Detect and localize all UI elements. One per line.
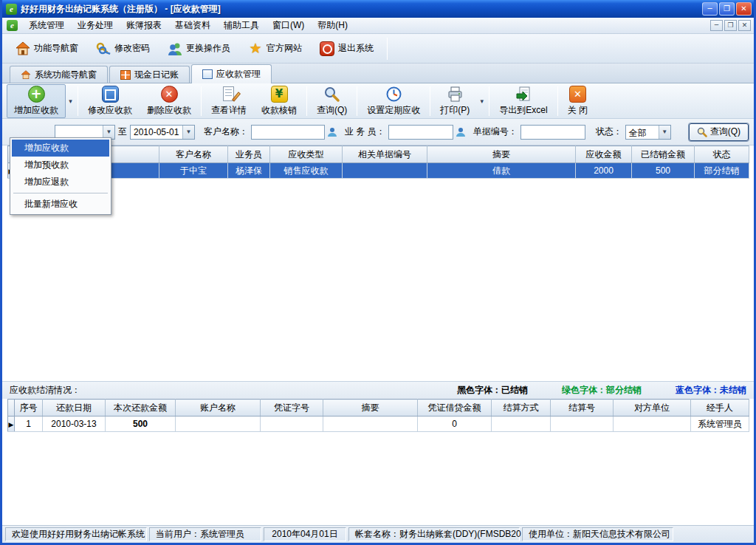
cell-summary: 借款 [427, 163, 576, 179]
col-header-voucher: 凭证字号 [261, 400, 323, 417]
view-detail-button[interactable]: 查看详情 [204, 84, 254, 118]
col-header-repay-amount: 本次还款金额 [106, 400, 176, 417]
date-to-label: 至 [118, 126, 127, 138]
salesman-input[interactable] [388, 125, 453, 140]
toolbar-separator [306, 86, 307, 116]
cell-account [176, 417, 261, 432]
toolbar-separator [387, 38, 388, 60]
cell-doc-no [343, 163, 427, 179]
maximize-button[interactable]: ❐ [719, 2, 735, 16]
exit-system-button[interactable]: 退出系统 [312, 38, 381, 59]
menu-system[interactable]: 系统管理 [22, 18, 71, 33]
print-button[interactable]: 打印(P) [433, 84, 477, 118]
col-header-status: 状态 [695, 146, 749, 163]
col-header-account: 账户名称 [176, 400, 261, 417]
mdi-restore-button[interactable]: ❐ [724, 20, 737, 31]
settle-payment-button[interactable]: ¥ 收款核销 [254, 84, 304, 118]
cell-method [492, 417, 551, 432]
cell-repay-date: 2010-03-13 [43, 417, 106, 432]
add-receivable-dropdown-arrow[interactable]: ▾ [66, 86, 75, 116]
menu-item-batch-add[interactable]: 批量新增应收 [12, 196, 109, 213]
legend-partial: 绿色字体：部分结销 [562, 384, 642, 397]
customer-name-input[interactable] [251, 125, 325, 140]
mdi-child-icon: e [7, 20, 18, 31]
app-logo-icon: e [6, 4, 17, 15]
export-excel-button[interactable]: 导出到Excel [492, 84, 554, 118]
menu-item-add-receivable[interactable]: 增加应收款 [12, 140, 109, 157]
cell-summary [323, 417, 418, 432]
tab-receivables[interactable]: 应收款管理 [191, 64, 272, 83]
date-to-combobox[interactable]: 2010-05-01 ▼ [130, 125, 195, 140]
col-header-repay-date: 还款日期 [43, 400, 106, 417]
search-icon [697, 127, 707, 137]
menu-bar: e 系统管理 业务处理 账簿报表 基础资料 辅助工具 窗口(W) 帮助(H) ─… [2, 18, 754, 34]
toolbar-separator [201, 86, 202, 116]
salesman-label: 业 务 员： [345, 126, 385, 138]
menu-item-add-prereceipt[interactable]: 增加预收款 [12, 157, 109, 174]
menu-help[interactable]: 帮助(H) [311, 18, 354, 33]
cell-no: 1 [15, 417, 43, 432]
close-icon: ✕ [569, 86, 586, 103]
cell-settled: 500 [632, 163, 695, 179]
cell-salesman: 杨泽保 [228, 163, 270, 179]
app-window: e 好好用财务出纳记账系统（注册版） - [应收款管理] ─ ❐ ✕ e 系统管… [0, 0, 756, 545]
filter-bar: ▼ 至 2010-05-01 ▼ 客户名称： 业 务 员： 单据编号： 状态： … [2, 119, 754, 145]
col-header-summary: 摘要 [427, 146, 576, 163]
receivables-table: 客户名称 业务员 应收类型 相关单据编号 摘要 应收金额 已结销金额 状态 ▶ … [7, 145, 749, 179]
menu-window[interactable]: 窗口(W) [266, 18, 311, 33]
menu-books[interactable]: 账簿报表 [120, 18, 168, 33]
close-button[interactable]: ✕ [736, 2, 752, 16]
edit-receivable-button[interactable]: 修改应收款 [80, 84, 140, 118]
add-receivable-button[interactable]: + 增加应收款 [7, 84, 66, 118]
col-header-method: 结算方式 [492, 400, 551, 417]
excel-export-icon [515, 86, 532, 103]
print-dropdown-arrow[interactable]: ▾ [477, 86, 487, 116]
operators-icon [168, 41, 182, 56]
receivables-header-row: 客户名称 业务员 应收类型 相关单据编号 摘要 应收金额 已结销金额 状态 [8, 146, 749, 163]
col-header-party: 对方单位 [614, 400, 691, 417]
home-icon [16, 41, 30, 56]
customer-name-label: 客户名称： [204, 126, 248, 138]
change-operator-button[interactable]: 更换操作员 [160, 38, 238, 59]
mdi-minimize-button[interactable]: ─ [710, 20, 723, 31]
detail-doc-icon [221, 86, 238, 103]
toolbar-separator [489, 86, 489, 116]
close-tab-button[interactable]: ✕ 关 闭 [560, 84, 595, 118]
change-password-button[interactable]: 修改密码 [89, 38, 157, 59]
add-icon: + [28, 86, 45, 103]
edit-icon [102, 86, 119, 103]
salesman-person-icon [456, 127, 466, 137]
query-button[interactable]: 查询(Q) [309, 84, 354, 118]
delete-receivable-button[interactable]: ✕ 删除应收款 [140, 84, 199, 118]
nav-window-button[interactable]: 功能导航窗 [8, 38, 86, 59]
minimize-button[interactable]: ─ [702, 2, 718, 16]
add-receivable-dropdown-menu: 增加应收款 增加预收款 增加应退款 批量新增应收 [10, 137, 111, 215]
menu-item-add-refund[interactable]: 增加应退款 [12, 174, 109, 191]
receivable-row[interactable]: ▶ 于中宝 杨泽保 销售应收款 借款 2000 500 部分结销 [8, 163, 749, 179]
settlement-table: 序号 还款日期 本次还款金额 账户名称 凭证字号 摘要 凭证借贷金额 结算方式 … [7, 399, 749, 432]
home-icon [21, 70, 31, 80]
official-website-button[interactable]: ★ 官方网站 [241, 38, 309, 59]
window-title: 好好用财务出纳记账系统（注册版） - [应收款管理] [21, 3, 702, 16]
settlement-header-row: 序号 还款日期 本次还款金额 账户名称 凭证字号 摘要 凭证借贷金额 结算方式 … [8, 400, 749, 417]
menu-tools[interactable]: 辅助工具 [217, 18, 266, 33]
col-header-handler: 经手人 [691, 400, 749, 417]
menu-basedata[interactable]: 基础资料 [168, 18, 217, 33]
status-combobox[interactable]: 全部 ▼ [625, 125, 671, 140]
status-welcome: 欢迎使用好好用财务出纳记帐系统 [5, 527, 147, 541]
chevron-down-icon: ▼ [103, 126, 114, 139]
menu-business[interactable]: 业务处理 [71, 18, 120, 33]
doc-number-input[interactable] [520, 125, 585, 140]
settlement-row[interactable]: ▶ 1 2010-03-13 500 0 系统管理员 [8, 417, 749, 432]
cell-voucher-amount: 0 [418, 417, 492, 432]
legend-settled: 黑色字体：已结销 [457, 384, 528, 397]
tab-cash-journal[interactable]: 现金日记账 [109, 66, 190, 83]
schedule-receivable-button[interactable]: 设置定期应收 [360, 84, 427, 118]
main-toolbar: 功能导航窗 修改密码 更换操作员 ★ 官方网站 退出系统 [2, 34, 754, 64]
yen-icon: ¥ [271, 86, 288, 103]
customer-person-icon [327, 127, 337, 137]
selector-column-header [8, 400, 15, 417]
filter-query-button[interactable]: 查询(Q) [689, 123, 749, 141]
mdi-close-button[interactable]: ✕ [738, 20, 751, 31]
tab-system-nav[interactable]: 系统功能导航窗 [10, 66, 108, 83]
